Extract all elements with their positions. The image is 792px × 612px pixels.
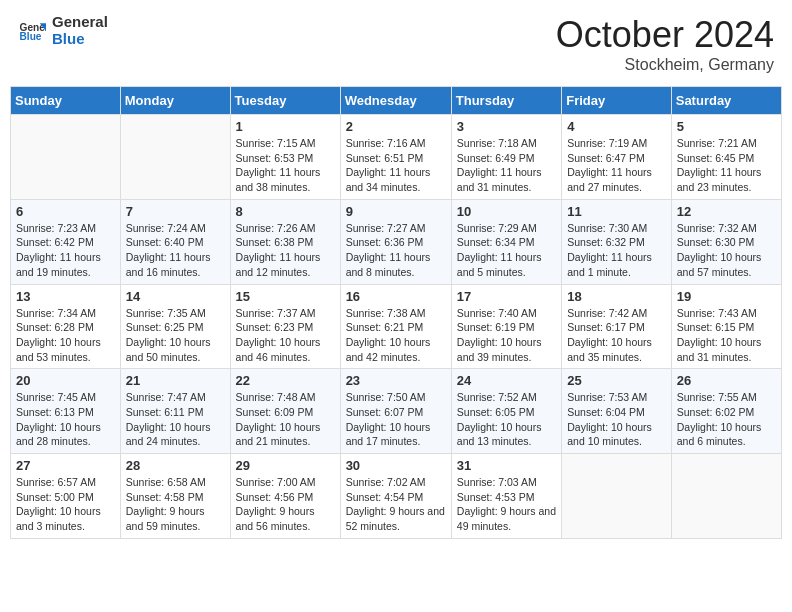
day-number: 12 — [677, 204, 776, 219]
day-info: Sunrise: 7:15 AM Sunset: 6:53 PM Dayligh… — [236, 136, 335, 195]
day-number: 6 — [16, 204, 115, 219]
day-number: 15 — [236, 289, 335, 304]
calendar-cell: 31Sunrise: 7:03 AM Sunset: 4:53 PM Dayli… — [451, 454, 561, 539]
calendar-cell: 8Sunrise: 7:26 AM Sunset: 6:38 PM Daylig… — [230, 199, 340, 284]
day-info: Sunrise: 7:55 AM Sunset: 6:02 PM Dayligh… — [677, 390, 776, 449]
day-number: 5 — [677, 119, 776, 134]
day-info: Sunrise: 7:43 AM Sunset: 6:15 PM Dayligh… — [677, 306, 776, 365]
calendar-cell: 11Sunrise: 7:30 AM Sunset: 6:32 PM Dayli… — [562, 199, 672, 284]
calendar-cell — [120, 115, 230, 200]
day-number: 29 — [236, 458, 335, 473]
calendar-cell — [11, 115, 121, 200]
calendar-cell: 10Sunrise: 7:29 AM Sunset: 6:34 PM Dayli… — [451, 199, 561, 284]
day-of-week-friday: Friday — [562, 87, 672, 115]
calendar-week-5: 27Sunrise: 6:57 AM Sunset: 5:00 PM Dayli… — [11, 454, 782, 539]
day-info: Sunrise: 7:32 AM Sunset: 6:30 PM Dayligh… — [677, 221, 776, 280]
day-number: 7 — [126, 204, 225, 219]
day-info: Sunrise: 7:21 AM Sunset: 6:45 PM Dayligh… — [677, 136, 776, 195]
calendar-cell: 9Sunrise: 7:27 AM Sunset: 6:36 PM Daylig… — [340, 199, 451, 284]
calendar-cell: 22Sunrise: 7:48 AM Sunset: 6:09 PM Dayli… — [230, 369, 340, 454]
day-number: 17 — [457, 289, 556, 304]
logo-general-text: General — [52, 14, 108, 31]
calendar-cell: 16Sunrise: 7:38 AM Sunset: 6:21 PM Dayli… — [340, 284, 451, 369]
day-info: Sunrise: 7:16 AM Sunset: 6:51 PM Dayligh… — [346, 136, 446, 195]
calendar-header: SundayMondayTuesdayWednesdayThursdayFrid… — [11, 87, 782, 115]
day-number: 24 — [457, 373, 556, 388]
logo-blue-text: Blue — [52, 31, 108, 48]
title-block: October 2024 Stockheim, Germany — [556, 14, 774, 74]
day-of-week-wednesday: Wednesday — [340, 87, 451, 115]
calendar-cell: 15Sunrise: 7:37 AM Sunset: 6:23 PM Dayli… — [230, 284, 340, 369]
calendar-cell: 12Sunrise: 7:32 AM Sunset: 6:30 PM Dayli… — [671, 199, 781, 284]
calendar-cell: 20Sunrise: 7:45 AM Sunset: 6:13 PM Dayli… — [11, 369, 121, 454]
logo-icon: General Blue — [18, 17, 46, 45]
day-number: 21 — [126, 373, 225, 388]
calendar-cell: 6Sunrise: 7:23 AM Sunset: 6:42 PM Daylig… — [11, 199, 121, 284]
day-number: 18 — [567, 289, 666, 304]
calendar-cell: 19Sunrise: 7:43 AM Sunset: 6:15 PM Dayli… — [671, 284, 781, 369]
day-number: 16 — [346, 289, 446, 304]
day-of-week-saturday: Saturday — [671, 87, 781, 115]
calendar-cell: 21Sunrise: 7:47 AM Sunset: 6:11 PM Dayli… — [120, 369, 230, 454]
calendar-week-1: 1Sunrise: 7:15 AM Sunset: 6:53 PM Daylig… — [11, 115, 782, 200]
calendar-cell: 23Sunrise: 7:50 AM Sunset: 6:07 PM Dayli… — [340, 369, 451, 454]
calendar-cell: 26Sunrise: 7:55 AM Sunset: 6:02 PM Dayli… — [671, 369, 781, 454]
calendar-cell: 24Sunrise: 7:52 AM Sunset: 6:05 PM Dayli… — [451, 369, 561, 454]
day-number: 2 — [346, 119, 446, 134]
calendar-cell — [671, 454, 781, 539]
calendar-table: SundayMondayTuesdayWednesdayThursdayFrid… — [10, 86, 782, 539]
day-number: 20 — [16, 373, 115, 388]
day-info: Sunrise: 7:35 AM Sunset: 6:25 PM Dayligh… — [126, 306, 225, 365]
calendar-cell: 3Sunrise: 7:18 AM Sunset: 6:49 PM Daylig… — [451, 115, 561, 200]
day-number: 10 — [457, 204, 556, 219]
day-number: 26 — [677, 373, 776, 388]
day-info: Sunrise: 7:00 AM Sunset: 4:56 PM Dayligh… — [236, 475, 335, 534]
day-number: 28 — [126, 458, 225, 473]
day-number: 4 — [567, 119, 666, 134]
day-info: Sunrise: 7:52 AM Sunset: 6:05 PM Dayligh… — [457, 390, 556, 449]
day-info: Sunrise: 7:37 AM Sunset: 6:23 PM Dayligh… — [236, 306, 335, 365]
day-info: Sunrise: 7:24 AM Sunset: 6:40 PM Dayligh… — [126, 221, 225, 280]
calendar-cell: 4Sunrise: 7:19 AM Sunset: 6:47 PM Daylig… — [562, 115, 672, 200]
day-number: 25 — [567, 373, 666, 388]
day-info: Sunrise: 7:23 AM Sunset: 6:42 PM Dayligh… — [16, 221, 115, 280]
calendar-week-2: 6Sunrise: 7:23 AM Sunset: 6:42 PM Daylig… — [11, 199, 782, 284]
day-info: Sunrise: 7:50 AM Sunset: 6:07 PM Dayligh… — [346, 390, 446, 449]
day-number: 19 — [677, 289, 776, 304]
location: Stockheim, Germany — [556, 56, 774, 74]
day-info: Sunrise: 7:53 AM Sunset: 6:04 PM Dayligh… — [567, 390, 666, 449]
day-info: Sunrise: 7:34 AM Sunset: 6:28 PM Dayligh… — [16, 306, 115, 365]
calendar-cell: 13Sunrise: 7:34 AM Sunset: 6:28 PM Dayli… — [11, 284, 121, 369]
day-info: Sunrise: 7:29 AM Sunset: 6:34 PM Dayligh… — [457, 221, 556, 280]
day-number: 11 — [567, 204, 666, 219]
calendar-cell: 25Sunrise: 7:53 AM Sunset: 6:04 PM Dayli… — [562, 369, 672, 454]
day-info: Sunrise: 7:47 AM Sunset: 6:11 PM Dayligh… — [126, 390, 225, 449]
calendar-cell: 30Sunrise: 7:02 AM Sunset: 4:54 PM Dayli… — [340, 454, 451, 539]
calendar-week-4: 20Sunrise: 7:45 AM Sunset: 6:13 PM Dayli… — [11, 369, 782, 454]
day-of-week-sunday: Sunday — [11, 87, 121, 115]
day-info: Sunrise: 7:02 AM Sunset: 4:54 PM Dayligh… — [346, 475, 446, 534]
calendar-cell: 17Sunrise: 7:40 AM Sunset: 6:19 PM Dayli… — [451, 284, 561, 369]
calendar-week-3: 13Sunrise: 7:34 AM Sunset: 6:28 PM Dayli… — [11, 284, 782, 369]
calendar-cell: 29Sunrise: 7:00 AM Sunset: 4:56 PM Dayli… — [230, 454, 340, 539]
day-number: 14 — [126, 289, 225, 304]
calendar-cell: 7Sunrise: 7:24 AM Sunset: 6:40 PM Daylig… — [120, 199, 230, 284]
month-title: October 2024 — [556, 14, 774, 56]
calendar-cell: 18Sunrise: 7:42 AM Sunset: 6:17 PM Dayli… — [562, 284, 672, 369]
day-info: Sunrise: 7:40 AM Sunset: 6:19 PM Dayligh… — [457, 306, 556, 365]
day-number: 23 — [346, 373, 446, 388]
day-info: Sunrise: 7:27 AM Sunset: 6:36 PM Dayligh… — [346, 221, 446, 280]
day-number: 22 — [236, 373, 335, 388]
day-info: Sunrise: 7:38 AM Sunset: 6:21 PM Dayligh… — [346, 306, 446, 365]
calendar-cell: 28Sunrise: 6:58 AM Sunset: 4:58 PM Dayli… — [120, 454, 230, 539]
day-number: 3 — [457, 119, 556, 134]
day-info: Sunrise: 7:19 AM Sunset: 6:47 PM Dayligh… — [567, 136, 666, 195]
day-info: Sunrise: 7:26 AM Sunset: 6:38 PM Dayligh… — [236, 221, 335, 280]
day-number: 27 — [16, 458, 115, 473]
day-info: Sunrise: 7:30 AM Sunset: 6:32 PM Dayligh… — [567, 221, 666, 280]
calendar-cell: 14Sunrise: 7:35 AM Sunset: 6:25 PM Dayli… — [120, 284, 230, 369]
calendar-cell: 1Sunrise: 7:15 AM Sunset: 6:53 PM Daylig… — [230, 115, 340, 200]
day-info: Sunrise: 7:45 AM Sunset: 6:13 PM Dayligh… — [16, 390, 115, 449]
day-info: Sunrise: 6:57 AM Sunset: 5:00 PM Dayligh… — [16, 475, 115, 534]
logo: General Blue General Blue — [18, 14, 108, 47]
